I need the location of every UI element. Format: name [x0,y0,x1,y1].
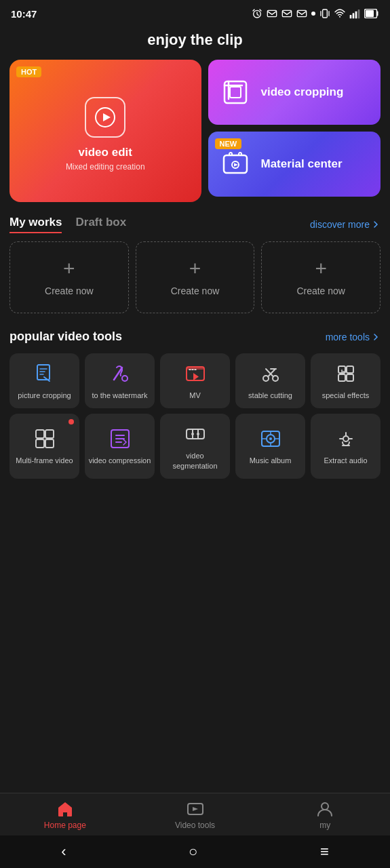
tool-stable-cutting[interactable]: stable cutting [235,353,305,408]
watermark-icon [108,361,132,386]
tool-picture-cropping[interactable]: picture cropping [9,353,79,408]
android-menu-button[interactable]: ≡ [320,843,329,861]
nav-home-label: Home page [44,821,86,830]
chevron-right-icon [371,220,381,229]
home-nav-icon [56,800,74,818]
material-center-card[interactable]: NEW Material center [208,132,381,197]
android-home-button[interactable]: ○ [189,843,197,861]
svg-rect-35 [187,429,204,439]
svg-rect-9 [358,9,360,18]
status-time: 10:47 [11,8,37,20]
watermark-label: to the watermark [92,391,148,400]
svg-rect-33 [45,439,54,448]
segmentation-icon [183,422,208,446]
music-album-icon [258,427,283,451]
create-card-2[interactable]: + Create now [136,241,255,313]
nav-home[interactable]: Home page [0,800,130,830]
material-icon [219,148,252,180]
bottom-nav: Home page Video tools my [0,793,390,835]
video-edit-card[interactable]: HOT video edit Mixed editing creation [9,60,201,202]
stable-cutting-label: stable cutting [248,391,292,400]
nav-my[interactable]: my [260,800,390,830]
svg-rect-29 [347,374,353,381]
create-label-1: Create now [45,285,94,296]
svg-rect-4 [323,9,328,18]
create-plus-3: + [315,258,327,279]
video-edit-icon-wrap [85,97,125,138]
vibrate-icon [319,8,330,19]
material-center-title: Material center [261,157,343,171]
mv-icon [183,361,208,386]
create-card-3[interactable]: + Create now [261,241,381,313]
create-now-row: + Create now + Create now + Create now [0,241,390,313]
svg-point-5 [339,16,340,18]
nav-my-label: my [319,821,330,830]
svg-rect-19 [37,365,50,380]
svg-rect-8 [355,12,357,19]
battery-icon [364,9,379,18]
tab-my-works[interactable]: My works [9,216,62,233]
status-bar: 10:47 [0,0,390,24]
svg-point-36 [191,433,194,435]
extract-audio-label: Extract audio [324,456,367,465]
tool-watermark[interactable]: to the watermark [85,353,155,408]
svg-marker-13 [103,113,111,121]
hero-right: video cropping NEW Material center [208,60,381,202]
svg-rect-28 [338,374,345,381]
mv-label: MV [189,391,201,400]
svg-point-43 [321,803,328,810]
tools-grid: picture cropping to the watermark MV [0,353,390,479]
nav-video-tools[interactable]: Video tools [130,800,260,830]
new-badge: NEW [215,138,242,149]
scissors-icon [258,361,283,386]
android-nav: ‹ ○ ≡ [0,835,390,868]
app-title: enjoy the clip [0,31,390,49]
tool-special-effects[interactable]: special effects [311,353,381,408]
works-tabs: My works Draft box [9,216,126,233]
create-label-2: Create now [171,285,220,296]
create-plus-1: + [63,258,75,279]
svg-rect-1 [267,10,276,16]
create-card-1[interactable]: + Create now [9,241,129,313]
video-cropping-card[interactable]: video cropping [208,60,381,125]
svg-rect-7 [353,13,355,18]
create-plus-2: + [189,258,201,279]
tool-multiframe[interactable]: Multi-frame video [9,414,79,479]
segmentation-label: video segmentation [163,451,227,471]
tool-music-album[interactable]: Music album [235,414,305,479]
more-tools-chevron-icon [371,332,381,342]
nav-video-tools-label: Video tools [175,821,215,830]
alarm-icon [252,8,262,19]
discover-more-text: discover more [310,219,370,230]
crop-icon [219,76,252,108]
svg-rect-3 [297,10,306,16]
wifi-icon [334,8,345,19]
android-back-button[interactable]: ‹ [61,843,66,861]
multiframe-notification-dot [69,419,74,425]
signal-icon [349,8,360,19]
app-header: enjoy the clip [0,24,390,60]
more-tools-link[interactable]: more tools [326,332,381,342]
create-label-3: Create now [296,285,345,296]
svg-marker-18 [234,163,238,167]
email2-icon [281,8,292,19]
hot-badge: HOT [16,66,41,77]
tool-video-segmentation[interactable]: video segmentation [160,414,230,479]
multiframe-icon [33,427,57,451]
popular-tools-title: popular video tools [9,330,122,344]
tool-extract-audio[interactable]: Extract audio [311,414,381,479]
compression-icon [108,427,132,451]
tool-video-compression[interactable]: video compression [85,414,155,479]
status-icons [252,8,379,19]
discover-more-link[interactable]: discover more [310,219,381,230]
picture-cropping-icon [33,361,57,386]
notification-dot [311,12,315,16]
email3-icon [296,8,307,19]
svg-rect-11 [366,10,374,17]
video-edit-title: video edit [79,146,132,159]
works-section-header: My works Draft box discover more [0,216,390,233]
tool-mv[interactable]: MV [160,353,230,408]
email-icon [267,8,277,19]
video-edit-subtitle: Mixed editing creation [66,162,145,172]
tab-draft-box[interactable]: Draft box [75,216,126,233]
